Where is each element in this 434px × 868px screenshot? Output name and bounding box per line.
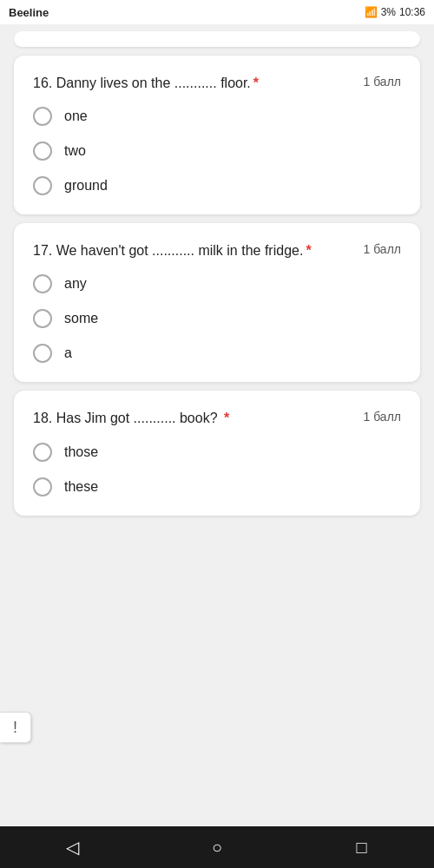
chat-bubble-icon: !	[13, 719, 17, 737]
options-16: one two ground	[33, 107, 401, 195]
radio-16-one[interactable]	[33, 107, 52, 126]
back-icon: ◁	[66, 837, 79, 858]
question-number-17: 17.	[33, 243, 52, 258]
option-18-these[interactable]: these	[33, 477, 401, 496]
option-18-those[interactable]: those	[33, 443, 401, 462]
recent-icon: □	[357, 838, 367, 858]
radio-17-some[interactable]	[33, 309, 52, 328]
question-card-16: 16. Danny lives on the ........... floor…	[14, 56, 420, 214]
carrier-label: Beeline	[9, 6, 49, 19]
points-badge-17: 1 балл	[364, 242, 402, 256]
question-header-18: 18. Has Jim got ........... book? * 1 ба…	[33, 408, 401, 428]
radio-18-those[interactable]	[33, 443, 52, 462]
signal-icon: 📶	[365, 6, 378, 18]
android-nav-bar: ◁ ○ □	[0, 826, 434, 868]
status-bar: Beeline 📶 3% 10:36	[0, 0, 434, 24]
nav-back-button[interactable]: ◁	[55, 830, 89, 865]
question-header-16: 16. Danny lives on the ........... floor…	[33, 73, 401, 93]
question-text-18: 18. Has Jim got ........... book? *	[33, 408, 353, 428]
nav-recent-button[interactable]: □	[345, 830, 379, 865]
option-17-any[interactable]: any	[33, 274, 401, 293]
option-16-ground[interactable]: ground	[33, 176, 401, 195]
status-icons: 📶 3% 10:36	[365, 6, 425, 18]
required-star-18: *	[224, 411, 229, 425]
points-badge-18: 1 балл	[364, 410, 402, 424]
option-label-17-a: a	[64, 345, 72, 361]
partial-previous-card	[14, 31, 420, 47]
question-header-17: 17. We haven't got ........... milk in t…	[33, 240, 401, 260]
question-text-17: 17. We haven't got ........... milk in t…	[33, 240, 353, 260]
radio-17-a[interactable]	[33, 344, 52, 363]
option-17-a[interactable]: a	[33, 344, 401, 363]
option-17-some[interactable]: some	[33, 309, 401, 328]
question-body-17: We haven't got ........... milk in the f…	[56, 243, 304, 258]
option-label-16-ground: ground	[64, 178, 108, 194]
option-label-18-these: these	[64, 479, 98, 495]
question-number-16: 16.	[33, 76, 52, 90]
radio-17-any[interactable]	[33, 274, 52, 293]
time-label: 10:36	[399, 6, 425, 18]
question-number-18: 18.	[33, 411, 52, 425]
option-label-16-two: two	[64, 143, 86, 159]
required-star-17: *	[306, 243, 311, 258]
radio-16-ground[interactable]	[33, 176, 52, 195]
option-label-16-one: one	[64, 108, 88, 124]
question-text-16: 16. Danny lives on the ........... floor…	[33, 73, 353, 93]
option-16-two[interactable]: two	[33, 141, 401, 161]
required-star-16: *	[253, 76, 259, 90]
option-label-18-those: those	[64, 444, 98, 460]
option-label-17-some: some	[64, 311, 98, 326]
nav-home-button[interactable]: ○	[200, 830, 234, 865]
option-label-17-any: any	[64, 276, 87, 292]
radio-16-two[interactable]	[33, 141, 52, 161]
chat-bubble-button[interactable]: !	[0, 712, 31, 743]
question-body-16: Danny lives on the ........... floor.	[56, 76, 251, 90]
points-badge-16: 1 балл	[364, 75, 402, 89]
question-card-17: 17. We haven't got ........... milk in t…	[14, 223, 420, 382]
options-17: any some a	[33, 274, 401, 363]
options-18: those these	[33, 443, 401, 496]
option-16-one[interactable]: one	[33, 107, 401, 126]
radio-18-these[interactable]	[33, 477, 52, 496]
question-card-18: 18. Has Jim got ........... book? * 1 ба…	[14, 391, 420, 515]
question-body-18: Has Jim got ........... book?	[56, 411, 218, 425]
battery-text: 3%	[381, 6, 396, 18]
home-icon: ○	[212, 838, 222, 858]
